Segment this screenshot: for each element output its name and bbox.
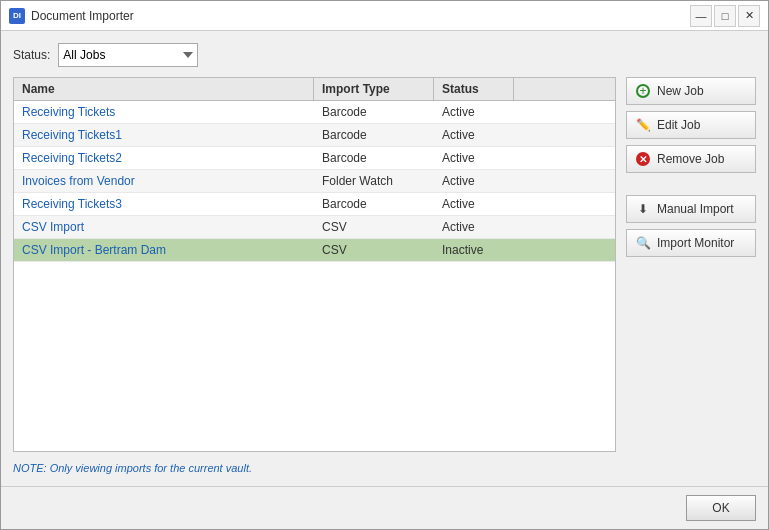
cell-status: Active: [434, 193, 514, 215]
note-bar: NOTE: Only viewing imports for the curre…: [13, 462, 756, 474]
table-row[interactable]: CSV Import - Bertram DamCSVInactive: [14, 239, 615, 262]
cell-name: CSV Import: [14, 216, 314, 238]
app-icon: DI: [9, 8, 25, 24]
manual-import-label: Manual Import: [657, 202, 734, 216]
cell-import-type: Barcode: [314, 101, 434, 123]
manual-import-button[interactable]: ⬇ Manual Import: [626, 195, 756, 223]
header-status: Status: [434, 78, 514, 100]
pencil-icon: ✏️: [635, 117, 651, 133]
window-content: Status: All Jobs Active Inactive Name Im…: [1, 31, 768, 486]
cell-import-type: CSV: [314, 239, 434, 261]
status-label: Status:: [13, 48, 50, 62]
cell-status: Active: [434, 101, 514, 123]
import-monitor-label: Import Monitor: [657, 236, 734, 250]
table-header: Name Import Type Status: [14, 78, 615, 101]
spacer: [626, 179, 756, 189]
title-bar-left: DI Document Importer: [9, 8, 134, 24]
cell-name: Receiving Tickets2: [14, 147, 314, 169]
new-job-button[interactable]: New Job: [626, 77, 756, 105]
search-icon: 🔍: [635, 235, 651, 251]
table-row[interactable]: CSV ImportCSVActive: [14, 216, 615, 239]
download-icon: ⬇: [635, 201, 651, 217]
cell-name: Receiving Tickets3: [14, 193, 314, 215]
cell-name: CSV Import - Bertram Dam: [14, 239, 314, 261]
table-row[interactable]: Receiving Tickets1BarcodeActive: [14, 124, 615, 147]
table-row[interactable]: Invoices from VendorFolder WatchActive: [14, 170, 615, 193]
remove-job-button[interactable]: ✕ Remove Job: [626, 145, 756, 173]
status-bar: Status: All Jobs Active Inactive: [13, 43, 756, 67]
cell-status: Active: [434, 170, 514, 192]
import-monitor-button[interactable]: 🔍 Import Monitor: [626, 229, 756, 257]
cell-import-type: Barcode: [314, 124, 434, 146]
x-circle-icon: ✕: [635, 151, 651, 167]
maximize-button[interactable]: □: [714, 5, 736, 27]
cell-import-type: CSV: [314, 216, 434, 238]
cell-import-type: Barcode: [314, 147, 434, 169]
table-row[interactable]: Receiving Tickets2BarcodeActive: [14, 147, 615, 170]
edit-job-button[interactable]: ✏️ Edit Job: [626, 111, 756, 139]
buttons-panel: New Job ✏️ Edit Job ✕ Remove Job: [626, 77, 756, 452]
title-bar-controls: — □ ✕: [690, 5, 760, 27]
table-body: Receiving TicketsBarcodeActiveReceiving …: [14, 101, 615, 451]
plus-circle-icon: [635, 83, 651, 99]
new-job-label: New Job: [657, 84, 704, 98]
table-row[interactable]: Receiving Tickets3BarcodeActive: [14, 193, 615, 216]
main-window: DI Document Importer — □ ✕ Status: All J…: [0, 0, 769, 530]
cell-import-type: Barcode: [314, 193, 434, 215]
bottom-bar: OK: [1, 486, 768, 529]
header-name: Name: [14, 78, 314, 100]
minimize-button[interactable]: —: [690, 5, 712, 27]
cell-status: Active: [434, 216, 514, 238]
header-import-type: Import Type: [314, 78, 434, 100]
main-area: Name Import Type Status Receiving Ticket…: [13, 77, 756, 452]
cell-status: Inactive: [434, 239, 514, 261]
ok-button[interactable]: OK: [686, 495, 756, 521]
close-button[interactable]: ✕: [738, 5, 760, 27]
cell-status: Active: [434, 124, 514, 146]
status-select[interactable]: All Jobs Active Inactive: [58, 43, 198, 67]
cell-status: Active: [434, 147, 514, 169]
edit-job-label: Edit Job: [657, 118, 700, 132]
cell-name: Receiving Tickets1: [14, 124, 314, 146]
window-title: Document Importer: [31, 9, 134, 23]
cell-import-type: Folder Watch: [314, 170, 434, 192]
remove-job-label: Remove Job: [657, 152, 724, 166]
title-bar: DI Document Importer — □ ✕: [1, 1, 768, 31]
cell-name: Receiving Tickets: [14, 101, 314, 123]
cell-name: Invoices from Vendor: [14, 170, 314, 192]
table-row[interactable]: Receiving TicketsBarcodeActive: [14, 101, 615, 124]
jobs-table: Name Import Type Status Receiving Ticket…: [13, 77, 616, 452]
